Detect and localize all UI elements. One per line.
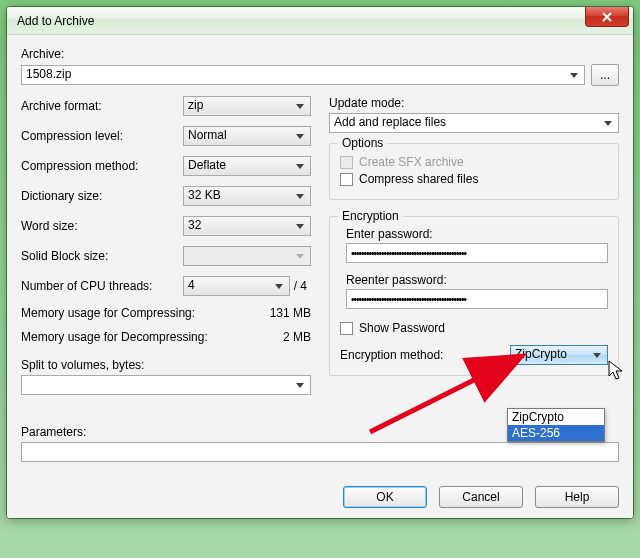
mem-decomp-label: Memory usage for Decompressing: [21,330,208,344]
encmethod-dropdown[interactable]: ZipCrypto AES-256 [507,408,605,442]
title-bar: Add to Archive [7,7,633,35]
archive-label: Archive: [21,47,619,61]
split-label: Split to volumes, bytes: [21,358,311,372]
archive-combo[interactable]: 1508.zip [21,65,585,85]
options-group: Options Create SFX archive Compress shar… [329,143,619,200]
threads-total: / 4 [294,279,311,293]
right-column: Update mode: Add and replace files Optio… [329,96,619,395]
dialog-window: Add to Archive Archive: 1508.zip ... Arc… [6,6,634,519]
window-title: Add to Archive [17,14,94,28]
options-legend: Options [338,136,387,150]
encryption-legend: Encryption [338,209,403,223]
showpwd-label: Show Password [359,321,445,335]
client-area: Archive: 1508.zip ... Archive format: zi… [7,35,633,518]
archive-value: 1508.zip [26,67,566,81]
repassword-label: Reenter password: [346,273,608,287]
sfx-checkbox-row: Create SFX archive [340,155,608,169]
solid-combo [183,246,311,266]
showpwd-checkbox-row[interactable]: Show Password [340,321,608,335]
browse-button[interactable]: ... [591,64,619,86]
ok-button[interactable]: OK [343,486,427,508]
encmethod-label: Encryption method: [340,348,502,362]
password-label: Enter password: [346,227,608,241]
checkbox-icon [340,173,353,186]
browse-label: ... [600,68,610,82]
cancel-button[interactable]: Cancel [439,486,523,508]
level-label: Compression level: [21,129,177,143]
dict-label: Dictionary size: [21,189,177,203]
repassword-input[interactable] [346,289,608,309]
threads-combo[interactable]: 4 [183,276,290,296]
close-icon [601,12,613,22]
shared-label: Compress shared files [359,172,478,186]
threads-label: Number of CPU threads: [21,279,177,293]
split-combo[interactable] [21,375,311,395]
encmethod-combo[interactable]: ZipCrypto [510,345,608,365]
dict-combo[interactable]: 32 KB [183,186,311,206]
password-input[interactable] [346,243,608,263]
solid-label: Solid Block size: [21,249,177,263]
mem-decomp-value: 2 MB [283,330,311,344]
method-label: Compression method: [21,159,177,173]
encmethod-option-zipcrypto[interactable]: ZipCrypto [508,409,604,425]
update-label: Update mode: [329,96,619,110]
sfx-label: Create SFX archive [359,155,464,169]
checkbox-icon [340,156,353,169]
checkbox-icon [340,322,353,335]
update-combo[interactable]: Add and replace files [329,113,619,133]
close-button[interactable] [585,7,629,27]
mem-comp-label: Memory usage for Compressing: [21,306,195,320]
parameters-input[interactable] [21,442,619,462]
button-bar: OK Cancel Help [21,476,619,508]
word-label: Word size: [21,219,177,233]
encmethod-option-aes256[interactable]: AES-256 [508,425,604,441]
method-combo[interactable]: Deflate [183,156,311,176]
mem-comp-value: 131 MB [270,306,311,320]
format-combo[interactable]: zip [183,96,311,116]
encryption-group: Encryption Enter password: Reenter passw… [329,216,619,376]
shared-checkbox-row[interactable]: Compress shared files [340,172,608,186]
level-combo[interactable]: Normal [183,126,311,146]
left-column: Archive format: zip Compression level: N… [21,96,311,395]
word-combo[interactable]: 32 [183,216,311,236]
help-button[interactable]: Help [535,486,619,508]
format-label: Archive format: [21,99,177,113]
